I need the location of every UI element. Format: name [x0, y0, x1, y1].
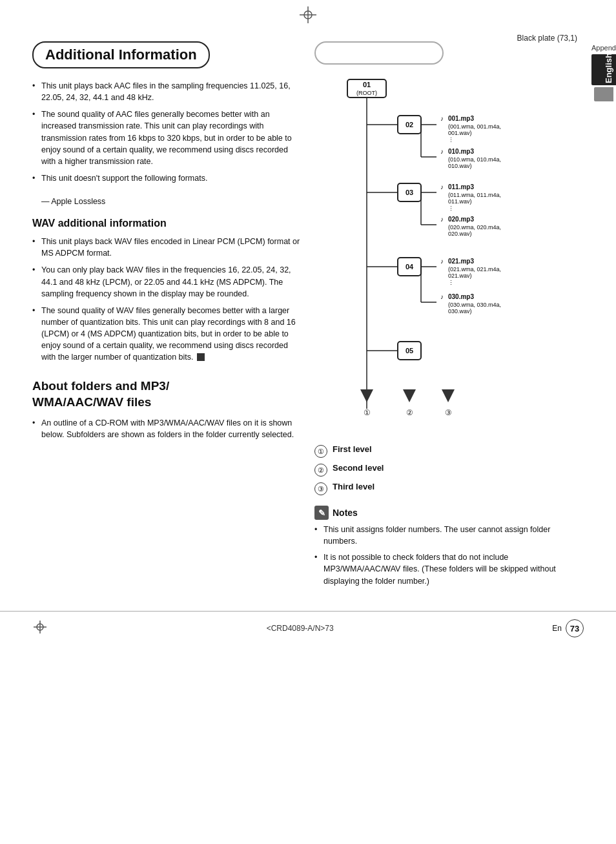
svg-text:(010.wma, 010.m4a,: (010.wma, 010.m4a,	[448, 156, 501, 163]
svg-text:020.mp3: 020.mp3	[448, 216, 474, 223]
svg-text:001.mp3: 001.mp3	[448, 115, 474, 122]
svg-text:021.mp3: 021.mp3	[448, 258, 474, 265]
bottom-crosshair-left	[32, 619, 48, 638]
svg-text:(030.wma, 030.m4a,: (030.wma, 030.m4a,	[448, 302, 501, 308]
level-item-2: ② Second level	[314, 463, 584, 477]
svg-text:(020.wma, 020.m4a,: (020.wma, 020.m4a,	[448, 224, 501, 231]
folders-bullet-list: An outline of a CD-ROM with MP3/WMA/AAC/…	[32, 417, 302, 440]
svg-marker-59	[442, 389, 455, 402]
aac-sub-item: — Apple Lossless	[32, 196, 302, 207]
svg-text:①: ①	[363, 408, 370, 417]
svg-text:030.wav): 030.wav)	[448, 308, 472, 314]
main-title-box: Additional Information	[32, 41, 210, 68]
folders-bullet-1: An outline of a CD-ROM with MP3/WMA/AAC/…	[32, 417, 302, 440]
notes-list: This unit assigns folder numbers. The us…	[314, 524, 584, 587]
aac-bullet-list: This unit plays back AAC files in the sa…	[32, 80, 302, 184]
level-item-1: ① First level	[314, 444, 584, 458]
svg-text:021.wav): 021.wav)	[448, 273, 472, 279]
svg-text:♪: ♪	[440, 293, 444, 300]
right-title-box	[314, 41, 444, 65]
wav-bullet-list: This unit plays back WAV files encoded i…	[32, 236, 302, 363]
aac-bullet-3: This unit doesn't support the following …	[32, 172, 302, 184]
bottom-bar: <CRD4089-A/N>73 En 73	[0, 611, 616, 646]
svg-text:02: 02	[405, 121, 413, 129]
svg-text:(011.wma, 011.m4a,: (011.wma, 011.m4a,	[448, 192, 501, 198]
aac-bullet-1: This unit plays back AAC files in the sa…	[32, 80, 302, 103]
bottom-code: <CRD4089-A/N>73	[267, 624, 334, 633]
right-column: 01 (ROOT) 02 ♪ 001.mp3 (001.wma, 001.m4a…	[314, 41, 584, 592]
svg-text:(021.wma, 021.m4a,: (021.wma, 021.m4a,	[448, 266, 501, 273]
level-item-3: ③ Third level	[314, 482, 584, 495]
svg-text:020.wav): 020.wav)	[448, 231, 472, 237]
svg-text:011.wav): 011.wav)	[448, 198, 472, 205]
svg-text:♪: ♪	[440, 148, 444, 155]
svg-text:♪: ♪	[440, 258, 444, 265]
level-num-3: ③	[314, 482, 327, 495]
notes-box: ✎ Notes This unit assigns folder numbers…	[314, 506, 584, 587]
page-number: 73	[566, 619, 584, 637]
main-content: Additional Information This unit plays b…	[0, 35, 616, 598]
level-text-3: Third level	[333, 482, 375, 491]
svg-text:01: 01	[362, 81, 370, 88]
appendix-label: Appendix	[591, 44, 616, 52]
svg-text:(ROOT): (ROOT)	[356, 90, 377, 96]
level-num-1: ①	[314, 445, 327, 458]
notes-title: Notes	[333, 508, 358, 518]
diagram-svg: 01 (ROOT) 02 ♪ 001.mp3 (001.wma, 001.m4a…	[340, 73, 559, 435]
level-labels: ① First level ② Second level ③ Third lev…	[314, 444, 584, 495]
english-label: English	[604, 53, 613, 84]
notes-icon: ✎	[314, 506, 329, 520]
svg-text:001.wav): 001.wav)	[448, 130, 472, 136]
svg-text:♪: ♪	[440, 115, 444, 122]
svg-text:03: 03	[405, 189, 413, 196]
top-crosshair	[0, 0, 616, 25]
svg-text:⋮: ⋮	[448, 205, 454, 212]
wav-heading: WAV additional information	[32, 218, 302, 229]
wav-bullet-2: You can only play back WAV files in the …	[32, 264, 302, 299]
notes-header: ✎ Notes	[314, 506, 584, 520]
appendix-gray-block	[594, 87, 613, 101]
svg-marker-57	[403, 389, 416, 402]
svg-text:⋮: ⋮	[448, 137, 454, 143]
bottom-page: En 73	[552, 619, 584, 637]
en-label: En	[552, 624, 562, 633]
notes-item-1: This unit assigns folder numbers. The us…	[314, 524, 584, 547]
svg-text:010.wav): 010.wav)	[448, 163, 472, 169]
main-title: Additional Information	[45, 46, 197, 63]
level-text-1: First level	[333, 444, 372, 454]
svg-text:♪: ♪	[440, 216, 444, 223]
aac-bullet-2: The sound quality of AAC files generally…	[32, 108, 302, 167]
level-text-2: Second level	[333, 463, 384, 473]
stop-symbol	[197, 353, 205, 361]
svg-marker-55	[360, 389, 373, 402]
wav-bullet-1: This unit plays back WAV files encoded i…	[32, 236, 302, 259]
svg-text:05: 05	[405, 347, 413, 355]
left-column: Additional Information This unit plays b…	[32, 41, 302, 592]
svg-text:♪: ♪	[440, 183, 444, 190]
folder-diagram: 01 (ROOT) 02 ♪ 001.mp3 (001.wma, 001.m4a…	[340, 73, 559, 437]
svg-text:010.mp3: 010.mp3	[448, 148, 474, 155]
level-num-2: ②	[314, 464, 327, 477]
svg-text:(001.wma, 001.m4a,: (001.wma, 001.m4a,	[448, 123, 501, 130]
folders-heading: About folders and MP3/ WMA/AAC/WAV files	[32, 378, 302, 410]
svg-text:04: 04	[405, 263, 413, 271]
svg-text:011.mp3: 011.mp3	[448, 183, 474, 190]
svg-text:030.mp3: 030.mp3	[448, 293, 474, 300]
notes-item-2: It is not possible to check folders that…	[314, 551, 584, 586]
top-bar: Black plate (73,1)	[0, 25, 616, 35]
svg-text:②: ②	[406, 408, 413, 417]
svg-text:③: ③	[444, 408, 451, 417]
wav-bullet-3: The sound quality of WAV files generally…	[32, 305, 302, 364]
svg-text:⋮: ⋮	[448, 280, 454, 286]
page-header-title: Black plate (73,1)	[517, 34, 577, 43]
